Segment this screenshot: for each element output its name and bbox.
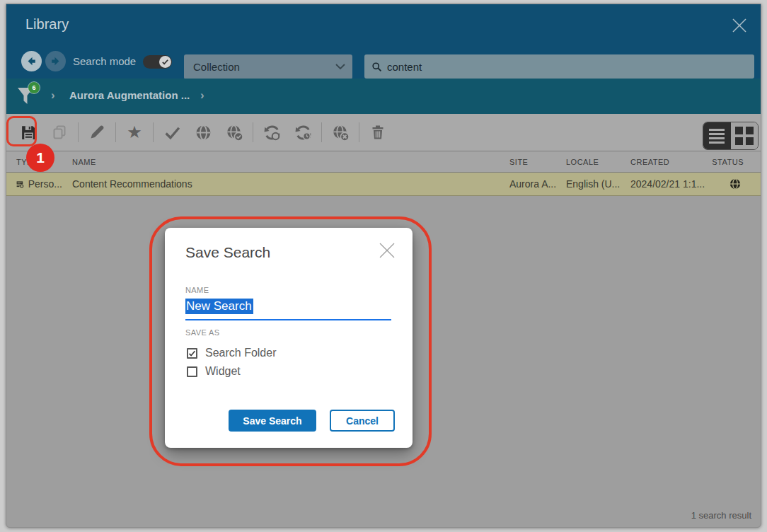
publish-approval-toolbar-button[interactable] — [225, 123, 243, 141]
title-bar: Library — [6, 4, 761, 45]
library-window-screenshot: Library Search mode — [0, 0, 767, 532]
list-view-button[interactable] — [703, 122, 731, 149]
grid-view-button[interactable] — [731, 122, 759, 149]
toolbar-divider — [253, 122, 253, 142]
sync-toolbar-button[interactable] — [263, 123, 281, 141]
checkmark-icon — [163, 124, 181, 141]
window-close-button[interactable] — [729, 16, 749, 35]
row-locale-cell: English (U... — [556, 178, 621, 190]
row-type-cell: Perso... — [6, 178, 62, 190]
filter-count-badge: 6 — [28, 82, 40, 93]
check-icon — [161, 58, 169, 66]
row-type-text: Perso... — [28, 178, 62, 190]
trash-icon — [369, 124, 386, 141]
duplicate-toolbar-button[interactable] — [50, 123, 69, 141]
favorite-toolbar-button[interactable]: ★ — [125, 123, 144, 141]
approve-toolbar-button[interactable] — [163, 123, 181, 141]
view-mode-toggle — [703, 122, 759, 150]
row-status-cell — [708, 178, 752, 190]
search-mode-label: Search mode — [73, 55, 136, 67]
status-globe-icon — [729, 178, 742, 190]
sync-clock-icon — [294, 124, 312, 141]
toolbar-divider — [153, 122, 154, 142]
edit-toolbar-button[interactable] — [88, 123, 106, 141]
row-site-cell: Aurora A... — [500, 178, 556, 190]
forward-button[interactable] — [45, 51, 66, 71]
column-header-site[interactable]: SITE — [500, 158, 556, 166]
search-input-value: content — [387, 61, 422, 73]
search-controls-row: Search mode Collection cont — [6, 45, 761, 79]
close-icon — [729, 16, 749, 35]
breadcrumb-chevron: › — [200, 88, 204, 103]
personalization-icon — [16, 178, 24, 190]
grid-view-icon — [735, 127, 743, 134]
back-button[interactable] — [21, 51, 42, 71]
chevron-down-icon — [335, 64, 345, 70]
breadcrumb-chevron: › — [51, 88, 55, 103]
collection-dropdown[interactable]: Collection — [184, 54, 352, 79]
column-header-created[interactable]: CREATED — [621, 158, 708, 166]
toolbar-divider — [359, 122, 359, 142]
arrow-right-icon — [50, 55, 62, 67]
breadcrumb-row: 6 › Aurora Augmentation ... › — [6, 79, 761, 114]
toolbar-divider — [78, 122, 79, 142]
globe-check-icon — [226, 124, 243, 141]
scheduled-sync-toolbar-button[interactable] — [294, 123, 312, 141]
window-title: Library — [25, 16, 69, 33]
globe-x-icon — [332, 124, 350, 141]
row-name-cell: Content Recommendations — [62, 178, 500, 190]
star-icon: ★ — [127, 124, 142, 141]
sync-icon — [263, 124, 281, 141]
table-row[interactable]: Perso... Content Recommendations Aurora … — [6, 173, 761, 196]
delete-toolbar-button[interactable] — [369, 123, 387, 141]
row-created-cell: 2024/02/21 1:1... — [621, 178, 708, 190]
toggle-knob — [159, 56, 171, 68]
pencil-icon — [88, 124, 105, 141]
breadcrumb-item[interactable]: Aurora Augmentation ... — [69, 89, 190, 101]
column-header-name[interactable]: NAME — [62, 158, 500, 166]
actions-toolbar: ★ — [6, 114, 761, 151]
annotation-step-badge: 1 — [26, 144, 54, 172]
search-mode-toggle[interactable] — [143, 55, 172, 69]
publish-toolbar-button[interactable] — [194, 123, 212, 141]
column-header-locale[interactable]: LOCALE — [556, 158, 621, 166]
search-result-count: 1 search result — [691, 510, 751, 521]
unpublish-toolbar-button[interactable] — [331, 123, 350, 141]
search-icon — [371, 62, 382, 72]
toolbar-divider — [115, 122, 116, 142]
search-input[interactable]: content — [364, 54, 754, 79]
table-header: TYPE NAME SITE LOCALE CREATED STATUS — [6, 151, 761, 173]
globe-icon — [195, 124, 212, 141]
annotation-modal-highlight — [149, 216, 432, 466]
collection-dropdown-value: Collection — [193, 61, 335, 73]
copy-icon — [51, 124, 68, 141]
column-header-status[interactable]: STATUS — [708, 158, 752, 166]
arrow-left-icon — [25, 55, 38, 67]
toolbar-divider — [321, 122, 322, 142]
annotation-save-highlight — [6, 116, 37, 146]
list-view-icon — [709, 129, 725, 131]
